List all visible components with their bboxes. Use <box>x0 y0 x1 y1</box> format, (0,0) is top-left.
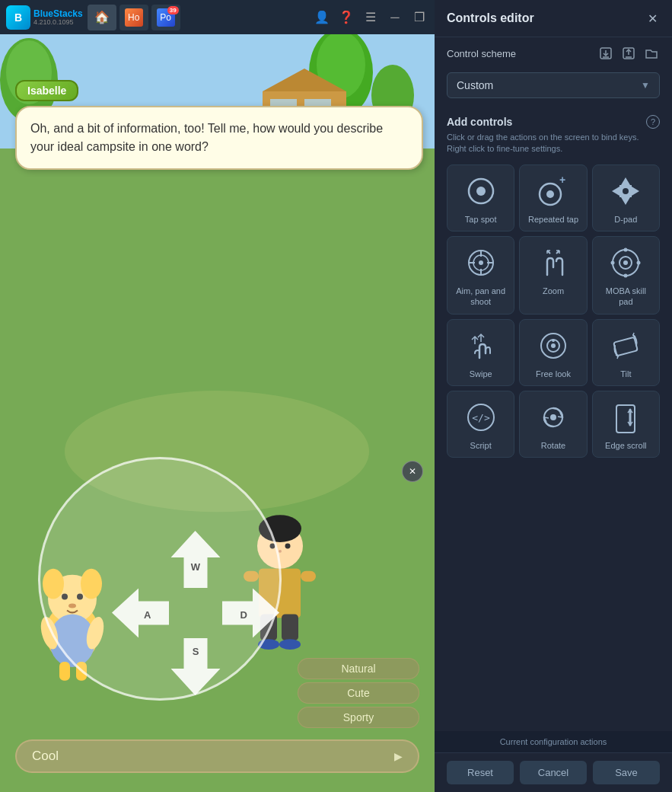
svg-point-98 <box>552 339 555 342</box>
svg-marker-55 <box>222 589 279 638</box>
tab-game1-icon: Ho <box>125 8 143 27</box>
svg-marker-54 <box>112 589 169 638</box>
aim-pan-shoot-icon <box>464 246 498 279</box>
scheme-dropdown-arrow-icon: ▼ <box>641 80 650 91</box>
edge-scroll-label: Edge scroll <box>605 440 646 451</box>
control-script[interactable]: </> Script <box>447 391 514 458</box>
app-version: 4.210.0.1095 <box>33 18 83 26</box>
dpad-center: W S A <box>112 531 279 698</box>
svg-rect-51 <box>301 571 316 582</box>
speech-bubble-container: Isabelle Oh, and a bit of information, t… <box>15 80 423 170</box>
taskbar-actions: 👤 ❓ ☰ ─ ❒ <box>313 8 428 27</box>
help-icon-btn[interactable]: ❓ <box>337 8 355 27</box>
option-natural[interactable]: Natural <box>298 658 419 679</box>
free-look-icon <box>537 329 570 362</box>
scheme-dropdown[interactable]: Custom ▼ <box>447 72 660 98</box>
svg-point-91 <box>624 274 628 278</box>
dpad-control-icon <box>609 174 642 208</box>
action-buttons-row: Reset Cancel Save <box>447 761 660 784</box>
moba-skill-pad-label: MOBA skill pad <box>599 286 653 308</box>
scheme-upload-btn[interactable] <box>620 45 637 62</box>
user-icon-btn[interactable]: 👤 <box>313 8 331 27</box>
control-swipe[interactable]: Swipe <box>447 319 514 386</box>
svg-rect-104 <box>616 405 635 433</box>
svg-marker-70 <box>632 187 639 196</box>
option-cute[interactable]: Cute <box>298 682 419 704</box>
restore-btn[interactable]: ❒ <box>410 8 428 27</box>
add-controls-section: Add controls ? Click or drag the actions… <box>435 107 672 731</box>
taskbar-tabs: 🏠 Ho Po 39 <box>88 5 308 30</box>
close-overlay-button[interactable]: ✕ <box>402 461 423 482</box>
tab-game1[interactable]: Ho <box>119 5 148 30</box>
moba-skill-pad-icon <box>609 246 642 279</box>
dpad-right-label: D <box>240 609 247 621</box>
free-look-label: Free look <box>536 369 571 379</box>
speech-bubble-text: Oh, and a bit of information, too! Tell … <box>15 106 423 170</box>
control-free-look[interactable]: Free look <box>519 319 587 386</box>
game-area: B BlueStacks 4.210.0.1095 🏠 Ho Po 39 👤 ❓… <box>0 0 435 792</box>
game-option-list: Natural Cute Sporty <box>298 658 419 731</box>
scheme-folder-btn[interactable] <box>643 45 660 62</box>
tap-spot-label: Tap spot <box>465 214 497 225</box>
svg-point-49 <box>279 639 301 650</box>
scheme-dropdown-container: Custom ▼ <box>435 69 672 107</box>
control-zoom[interactable]: Zoom <box>519 236 587 315</box>
cancel-button[interactable]: Cancel <box>520 761 587 784</box>
app-logo-text: BlueStacks 4.210.0.1095 <box>33 9 83 26</box>
control-tilt[interactable]: Tilt <box>592 319 660 386</box>
aim-pan-shoot-label: Aim, pan and shoot <box>454 286 508 308</box>
dpad-down[interactable]: S <box>171 638 221 698</box>
script-icon: </> <box>464 401 498 434</box>
dpad-control-label: D-pad <box>614 214 637 225</box>
swipe-label: Swipe <box>470 369 492 379</box>
tab-game2[interactable]: Po 39 <box>151 5 180 30</box>
tab-home[interactable]: 🏠 <box>88 5 116 30</box>
menu-icon-btn[interactable]: ☰ <box>361 8 380 27</box>
tilt-icon <box>609 329 642 362</box>
dpad-circle: W S A <box>38 457 282 701</box>
scheme-download-btn[interactable] <box>597 45 614 62</box>
reset-button[interactable]: Reset <box>447 761 514 784</box>
svg-text:+: + <box>559 174 565 186</box>
cool-option-text: Cool <box>32 749 59 764</box>
panel-header: Controls editor ✕ <box>435 0 672 37</box>
add-controls-description: Click or drag the actions on the screen … <box>447 132 660 155</box>
svg-marker-52 <box>171 531 221 588</box>
tap-spot-icon <box>464 174 498 208</box>
svg-point-90 <box>637 261 641 265</box>
save-button[interactable]: Save <box>593 761 660 784</box>
cool-option-bar[interactable]: Cool ▶ <box>15 739 419 773</box>
control-moba-skill-pad[interactable]: MOBA skill pad <box>592 236 660 315</box>
dpad-right[interactable]: D <box>222 589 279 641</box>
control-repeated-tap[interactable]: + Repeated tap <box>519 164 587 232</box>
repeated-tap-icon: + <box>537 174 570 208</box>
controls-panel: Controls editor ✕ Control scheme <box>435 0 672 792</box>
svg-point-66 <box>546 190 554 198</box>
app-logo-icon: B <box>6 5 30 30</box>
minimize-btn[interactable]: ─ <box>386 8 404 27</box>
current-config-label: Current configuration actions <box>447 737 660 746</box>
dpad-left[interactable]: A <box>112 589 169 641</box>
tilt-label: Tilt <box>620 369 631 379</box>
zoom-label: Zoom <box>543 286 564 296</box>
scheme-dropdown-value: Custom <box>457 79 493 91</box>
control-dpad[interactable]: D-pad <box>592 164 660 232</box>
add-controls-help-icon[interactable]: ? <box>646 115 660 129</box>
edge-scroll-icon <box>609 401 642 434</box>
option-sporty[interactable]: Sporty <box>298 707 419 728</box>
panel-close-button[interactable]: ✕ <box>645 11 660 26</box>
svg-point-92 <box>611 261 615 265</box>
control-tap-spot[interactable]: Tap spot <box>447 164 514 232</box>
game-scene: Isabelle Oh, and a bit of information, t… <box>0 34 435 792</box>
close-overlay-icon: ✕ <box>409 467 416 476</box>
svg-point-89 <box>624 248 628 252</box>
svg-marker-67 <box>621 177 630 185</box>
control-aim-pan-shoot[interactable]: Aim, pan and shoot <box>447 236 514 315</box>
dpad-overlay: W S A <box>38 457 282 701</box>
character-name: Isabelle <box>15 80 78 101</box>
control-edge-scroll[interactable]: Edge scroll <box>592 391 660 458</box>
control-scheme-label: Control scheme <box>447 48 516 59</box>
taskbar: B BlueStacks 4.210.0.1095 🏠 Ho Po 39 👤 ❓… <box>0 0 435 34</box>
control-rotate[interactable]: Rotate <box>519 391 587 458</box>
dpad-up[interactable]: W <box>171 531 221 591</box>
